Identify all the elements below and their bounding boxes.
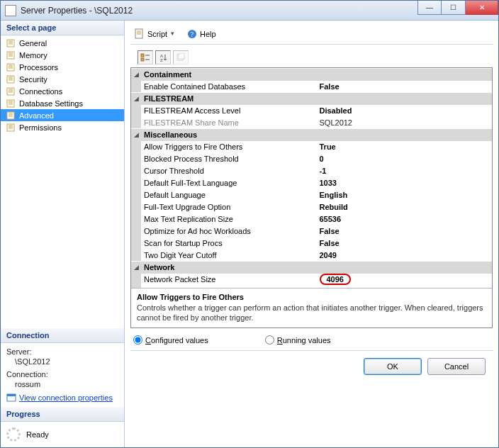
collapse-icon[interactable]: ◢ [131, 262, 141, 274]
category-filestream[interactable]: ◢FILESTREAM [131, 93, 492, 105]
category-containment[interactable]: ◢Containment [131, 69, 492, 81]
help-icon: ? [186, 28, 198, 40]
prop-value[interactable]: 0 [317, 153, 493, 165]
prop-value[interactable]: 2049 [317, 250, 493, 262]
sidebar-item-permissions[interactable]: Permissions [1, 121, 124, 133]
sidebar-item-database-settings[interactable]: Database Settings [1, 97, 124, 109]
prop-row[interactable]: Optimize for Ad hoc WorkloadsFalse [131, 225, 492, 237]
configured-values-input[interactable] [133, 335, 142, 345]
connection-value: rossum [6, 380, 118, 388]
svg-rect-14 [141, 58, 144, 61]
sidebar-item-label: Memory [19, 51, 47, 60]
prop-row[interactable]: Network Packet Size4096 [131, 274, 492, 286]
chevron-down-icon: ▼ [169, 30, 175, 37]
prop-value[interactable]: English [317, 189, 493, 201]
sidebar-item-memory[interactable]: Memory [1, 49, 124, 61]
prop-name: Enable Contained Databases [141, 81, 317, 93]
prop-name: Scan for Startup Procs [141, 237, 317, 250]
prop-row[interactable]: Cursor Threshold-1 [131, 165, 492, 177]
prop-row[interactable]: Allow Triggers to Fire OthersTrue [131, 141, 492, 153]
titlebar[interactable]: Server Properties - \SQL2012 — ☐ ✕ [1, 1, 498, 21]
prop-value[interactable]: 4096 [317, 274, 493, 286]
prop-value[interactable]: -1 [317, 165, 493, 177]
collapse-icon[interactable]: ◢ [131, 93, 141, 105]
prop-row[interactable]: FILESTREAM Share NameSQL2012 [131, 117, 492, 129]
page-icon [6, 63, 16, 72]
prop-value[interactable]: SQL2012 [317, 117, 493, 129]
prop-name: Optimize for Ad hoc Workloads [141, 225, 317, 237]
prop-value[interactable]: 1033 [317, 177, 493, 189]
propgrid-pages-button[interactable] [173, 50, 189, 65]
svg-text:?: ? [191, 30, 194, 38]
prop-name: FILESTREAM Access Level [141, 105, 317, 117]
propgrid-toolbar: AZ [130, 50, 493, 65]
minimize-button[interactable]: — [417, 1, 442, 15]
prop-value[interactable]: False [317, 225, 493, 237]
alphabetical-button[interactable]: AZ [155, 50, 171, 65]
running-values-input[interactable] [265, 335, 274, 345]
window-title: Server Properties - \SQL2012 [21, 6, 417, 16]
property-grid-scroll[interactable]: ◢ContainmentEnable Contained DatabasesFa… [131, 68, 492, 288]
prop-value[interactable]: False [317, 237, 493, 250]
sidebar-item-general[interactable]: General [1, 37, 124, 49]
prop-value[interactable]: Disabled [317, 105, 493, 117]
prop-name: Allow Triggers to Fire Others [141, 141, 317, 153]
progress-text: Ready [26, 430, 49, 439]
running-values-radio[interactable]: Running values [265, 335, 331, 345]
prop-row[interactable]: Default LanguageEnglish [131, 189, 492, 201]
prop-row[interactable]: FILESTREAM Access LevelDisabled [131, 105, 492, 117]
categorized-button[interactable] [138, 50, 153, 65]
svg-rect-13 [141, 54, 144, 57]
maximize-button[interactable]: ☐ [442, 1, 466, 15]
category-miscellaneous[interactable]: ◢Miscellaneous [131, 129, 492, 141]
script-label: Script [147, 30, 167, 38]
server-label: Server: [6, 347, 118, 356]
prop-row[interactable]: Blocked Process Threshold0 [131, 153, 492, 165]
view-connection-properties-link[interactable]: View connection properties [6, 393, 118, 403]
configured-values-radio[interactable]: Configured values [133, 335, 208, 345]
ok-button[interactable]: OK [364, 358, 422, 375]
prop-value[interactable]: 65536 [317, 213, 493, 225]
prop-value[interactable]: False [317, 81, 493, 93]
prop-value[interactable]: True [317, 141, 493, 153]
sidebar-item-label: Advanced [19, 111, 54, 120]
collapse-icon[interactable]: ◢ [131, 69, 141, 81]
sidebar-item-label: Processors [19, 63, 58, 72]
page-icon [6, 111, 16, 120]
prop-row[interactable]: Two Digit Year Cutoff2049 [131, 250, 492, 262]
help-button[interactable]: ? Help [183, 26, 220, 42]
window-root: Server Properties - \SQL2012 — ☐ ✕ Selec… [0, 0, 499, 448]
prop-value[interactable]: Rebuild [317, 201, 493, 213]
sidebar: Select a page GeneralMemoryProcessorsSec… [1, 21, 125, 447]
main-panel: Script ▼ ? Help AZ [125, 21, 498, 447]
prop-name: Max Text Replication Size [141, 213, 317, 225]
collapse-icon[interactable]: ◢ [131, 129, 141, 141]
category-network[interactable]: ◢Network [131, 262, 492, 274]
prop-row[interactable]: Enable Contained DatabasesFalse [131, 81, 492, 93]
script-button[interactable]: Script ▼ [130, 26, 179, 42]
sidebar-item-label: Permissions [19, 123, 62, 132]
select-page-header: Select a page [1, 21, 124, 35]
prop-row[interactable]: Max Text Replication Size65536 [131, 213, 492, 225]
prop-row[interactable]: Scan for Startup ProcsFalse [131, 237, 492, 250]
sidebar-item-label: General [19, 39, 47, 47]
page-icon [6, 123, 16, 132]
sidebar-item-advanced[interactable]: Advanced [1, 109, 124, 121]
sidebar-item-label: Security [19, 75, 47, 84]
connection-label: Connection: [6, 370, 118, 379]
desc-text: Controls whether a trigger can perform a… [137, 303, 486, 323]
sidebar-item-security[interactable]: Security [1, 73, 124, 85]
prop-row[interactable]: Default Full-Text Language1033 [131, 177, 492, 189]
prop-row[interactable]: Full-Text Upgrade OptionRebuild [131, 201, 492, 213]
sidebar-item-connections[interactable]: Connections [1, 85, 124, 97]
prop-name: Blocked Process Threshold [141, 153, 317, 165]
sidebar-item-processors[interactable]: Processors [1, 61, 124, 73]
close-button[interactable]: ✕ [466, 1, 498, 15]
page-icon [6, 51, 16, 60]
desc-title: Allow Triggers to Fire Others [137, 293, 486, 301]
property-grid: ◢ContainmentEnable Contained DatabasesFa… [130, 67, 493, 328]
sidebar-item-label: Connections [19, 87, 62, 96]
page-nav-list: GeneralMemoryProcessorsSecurityConnectio… [1, 35, 124, 135]
cancel-button[interactable]: Cancel [427, 358, 486, 375]
dialog-footer: OK Cancel [130, 350, 493, 382]
